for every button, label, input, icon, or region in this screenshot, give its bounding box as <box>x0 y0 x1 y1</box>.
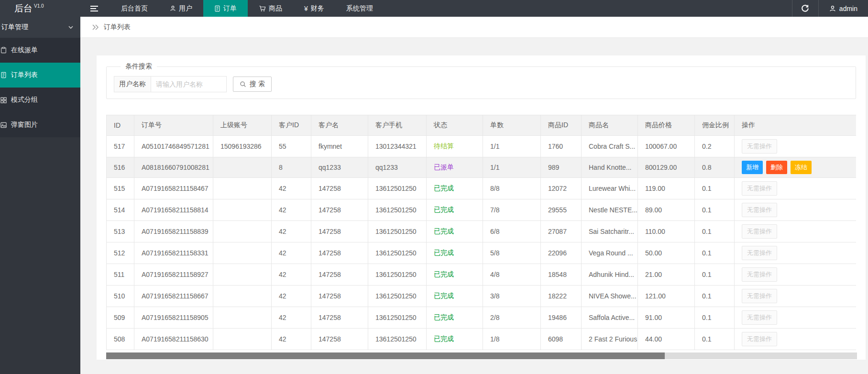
table-row: 511A071916582111589274214725813612501250… <box>107 264 857 286</box>
refresh-button[interactable] <box>792 0 819 17</box>
nav-item-label: 财务 <box>311 4 324 13</box>
table-row: 509A071916582111589054214725813612501250… <box>107 307 857 329</box>
sidebar-item-label: 弹窗图片 <box>11 121 38 129</box>
table-cell: 42 <box>272 264 311 286</box>
hamburger-menu-icon[interactable] <box>90 5 99 12</box>
horizontal-scrollbar-thumb[interactable] <box>106 352 665 359</box>
breadcrumb-page-title: 订单列表 <box>104 23 131 32</box>
status-badge: 已派单 <box>434 163 454 171</box>
actions-cell: 无需操作 <box>735 329 857 350</box>
table-cell: 13612501250 <box>368 199 427 221</box>
action-button[interactable]: 删除 <box>766 161 787 174</box>
table-cell: 13612501250 <box>368 242 427 264</box>
table-cell <box>213 242 272 264</box>
sidebar-item[interactable]: 在线派单 <box>0 38 80 63</box>
table-cell: Nestle NESTE... <box>582 199 638 221</box>
status-cell: 已完成 <box>427 242 483 264</box>
table-cell <box>213 329 272 350</box>
chevron-down-icon <box>68 24 74 30</box>
table-cell <box>213 157 272 178</box>
table-cell: 515 <box>107 178 134 199</box>
table-cell: 2/8 <box>483 307 541 329</box>
table-cell: 13612501250 <box>368 329 427 350</box>
table-cell: 15096193286 <box>213 136 272 157</box>
table-cell: Sai Satcharitr... <box>582 221 638 242</box>
navbar-right: admin <box>792 0 868 17</box>
status-cell: 已完成 <box>427 178 483 199</box>
table-cell: 147258 <box>311 307 368 329</box>
table-cell: 4/8 <box>483 264 541 286</box>
nav-item[interactable]: 后台首页 <box>110 0 159 17</box>
sidebar-group-order-management[interactable]: 订单管理 <box>0 17 80 38</box>
no-action-button: 无需操作 <box>742 246 777 260</box>
sidebar-item[interactable]: 模式分组 <box>0 88 80 112</box>
admin-username: admin <box>839 5 857 12</box>
sidebar-item-label: 订单列表 <box>11 71 38 79</box>
table-cell: 42 <box>272 199 311 221</box>
table-cell: 13612501250 <box>368 264 427 286</box>
status-cell: 已完成 <box>427 221 483 242</box>
image-icon <box>0 122 7 128</box>
table-cell: 42 <box>272 307 311 329</box>
table-cell: 0.1 <box>695 286 735 307</box>
nav-item[interactable]: ¥财务 <box>293 0 335 17</box>
app-logo-text: 后台 <box>14 3 33 13</box>
nav-item-label: 系统管理 <box>346 4 373 13</box>
status-badge: 待结算 <box>434 142 454 150</box>
column-header: 商品价格 <box>638 115 695 136</box>
table-cell <box>213 221 272 242</box>
username-label: 用户名称 <box>114 76 151 92</box>
refresh-icon <box>801 4 809 12</box>
table-cell <box>213 264 272 286</box>
table-cell: Cobra Craft S... <box>582 136 638 157</box>
table-cell: Lurewear Whi... <box>582 178 638 199</box>
table-cell: 55 <box>272 136 311 157</box>
table-cell: Adhunik Hind... <box>582 264 638 286</box>
table-row: 513A071916582111588394214725813612501250… <box>107 221 857 242</box>
table-cell: 44.00 <box>638 329 695 350</box>
table-cell: 0.1 <box>695 264 735 286</box>
table-cell: 0.1 <box>695 242 735 264</box>
horizontal-scrollbar[interactable] <box>106 352 857 359</box>
table-cell: 7/8 <box>483 199 541 221</box>
doc-icon <box>214 5 220 12</box>
sidebar-item[interactable]: 弹窗图片 <box>0 112 80 137</box>
column-header: 商品名 <box>582 115 638 136</box>
table-header-row: ID订单号上级账号客户ID客户名客户手机状态单数商品ID商品名商品价格佣金比例操… <box>107 115 857 136</box>
table-cell: 6098 <box>541 329 582 350</box>
nav-item[interactable]: 用户 <box>159 0 203 17</box>
no-action-button: 无需操作 <box>742 139 777 154</box>
status-badge: 已完成 <box>434 249 454 256</box>
nav-item[interactable]: 商品 <box>248 0 293 17</box>
table-cell: A07191658211158814 <box>134 199 213 221</box>
nav-item[interactable]: 系统管理 <box>335 0 384 17</box>
table-row: 508A071916582111586304214725813612501250… <box>107 329 857 350</box>
status-cell: 已完成 <box>427 329 483 350</box>
admin-user-menu[interactable]: admin <box>819 0 868 17</box>
table-cell: NIVEA Showe... <box>582 286 638 307</box>
table-cell: A07191658211158927 <box>134 264 213 286</box>
search-button[interactable]: 搜 索 <box>233 77 272 92</box>
nav-item[interactable]: 订单 <box>203 0 248 17</box>
table-cell: 13012344321 <box>368 136 427 157</box>
table-cell: 89.00 <box>638 199 695 221</box>
main-content: 订单列表 条件搜索 用户名称 搜 索 <box>80 17 868 374</box>
user-icon <box>829 5 836 12</box>
table-cell: 1/8 <box>483 329 541 350</box>
status-cell: 已完成 <box>427 286 483 307</box>
table-cell: 12072 <box>541 178 582 199</box>
table-cell: 1/1 <box>483 136 541 157</box>
action-button[interactable]: 新增 <box>742 161 763 174</box>
sidebar: 订单管理 在线派单订单列表模式分组弹窗图片 <box>0 17 80 374</box>
table-cell: 22096 <box>541 242 582 264</box>
table-cell: 147258 <box>311 329 368 350</box>
table-cell: 989 <box>541 157 582 178</box>
sidebar-item[interactable]: 订单列表 <box>0 63 80 88</box>
status-badge: 已完成 <box>434 227 454 235</box>
column-header: 客户名 <box>311 115 368 136</box>
table-cell: A05101746849571281 <box>134 136 213 157</box>
table-cell: 8/8 <box>483 178 541 199</box>
action-button[interactable]: 冻结 <box>791 161 812 174</box>
username-input[interactable] <box>151 76 227 92</box>
column-header: 佣金比例 <box>695 115 735 136</box>
